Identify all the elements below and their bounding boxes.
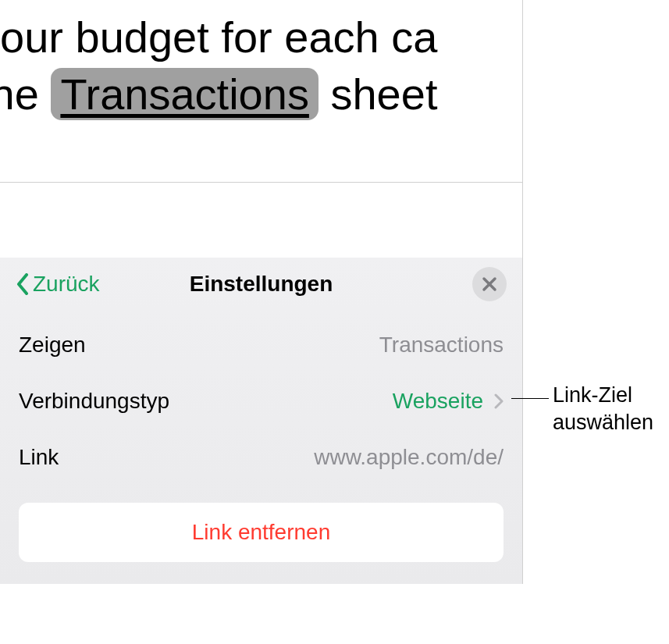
spacer: [0, 183, 523, 258]
selected-link-word[interactable]: Transactions: [51, 68, 318, 120]
remove-wrapper: Link entfernen: [0, 486, 522, 584]
link-row[interactable]: Link www.apple.com/de/: [0, 429, 522, 486]
document-content: your budget for each ca the Transactions…: [0, 0, 523, 183]
display-row[interactable]: Zeigen Transactions: [0, 317, 522, 373]
back-label: Zurück: [33, 272, 100, 297]
link-value: www.apple.com/de/: [314, 445, 504, 470]
text-line-2-before: the: [0, 69, 51, 119]
display-value: Transactions: [379, 333, 504, 358]
display-label: Zeigen: [19, 333, 86, 358]
callout-text: Link-Ziel auswählen: [553, 382, 653, 436]
callout-line-2: auswählen: [553, 411, 653, 434]
link-type-row[interactable]: Verbindungstyp Webseite: [0, 373, 522, 429]
close-icon: [482, 276, 497, 292]
text-line-2-after: sheet: [318, 69, 438, 119]
content-text: your budget for each ca the Transactions…: [0, 9, 437, 123]
remove-link-button[interactable]: Link entfernen: [19, 503, 504, 562]
link-type-label: Verbindungstyp: [19, 389, 169, 414]
link-type-right: Webseite: [393, 389, 504, 414]
panel-header: Zurück Einstellungen: [0, 258, 522, 317]
callout-line: [511, 398, 549, 399]
panel-title: Einstellungen: [190, 272, 333, 297]
chevron-left-icon: [16, 273, 30, 295]
chevron-right-icon: [494, 393, 504, 409]
text-line-1: your budget for each ca: [0, 12, 437, 62]
link-type-value: Webseite: [393, 389, 483, 414]
close-button[interactable]: [472, 267, 507, 301]
callout-line-1: Link-Ziel: [553, 383, 632, 407]
link-label: Link: [19, 445, 59, 470]
back-button[interactable]: Zurück: [16, 272, 100, 297]
link-settings-panel: Zurück Einstellungen Zeigen Transactions…: [0, 258, 523, 584]
